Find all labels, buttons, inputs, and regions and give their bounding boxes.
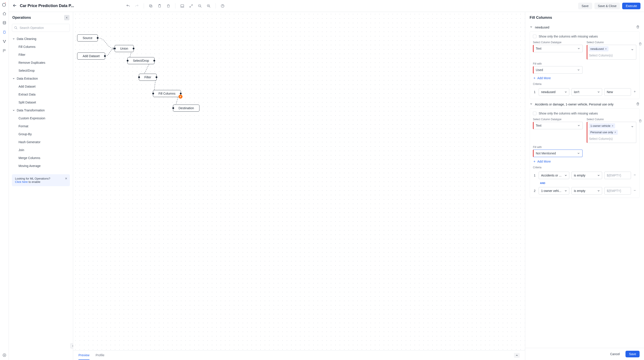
tree-item[interactable]: Moving Average bbox=[9, 162, 73, 170]
datatype-label: Select Column Datatype bbox=[533, 118, 583, 121]
zoom-in-icon[interactable] bbox=[206, 3, 212, 9]
tree-item[interactable]: Fill Columns bbox=[9, 43, 73, 51]
node-union[interactable]: Union bbox=[114, 45, 134, 52]
pipeline-icon[interactable] bbox=[2, 30, 7, 35]
column-label: Select Column bbox=[587, 41, 636, 44]
tree-item[interactable]: Add Dataset bbox=[9, 83, 73, 91]
search-icon bbox=[14, 26, 18, 30]
tree-item[interactable]: Split Dataset bbox=[9, 98, 73, 106]
clipboard-icon[interactable] bbox=[157, 3, 162, 9]
datatype-select[interactable]: Text bbox=[533, 45, 583, 52]
fill-with-select[interactable]: Used bbox=[533, 66, 582, 74]
save-close-button[interactable]: Save & Close bbox=[594, 3, 620, 9]
undo-icon[interactable] bbox=[125, 3, 131, 9]
tree-category[interactable]: Data Transformation bbox=[9, 106, 73, 114]
chip-remove-icon[interactable]: × bbox=[605, 47, 607, 51]
criteria-value-input[interactable]: ${EMPTY} bbox=[604, 172, 631, 179]
tree-item[interactable]: Hash Generator bbox=[9, 138, 73, 146]
column-multiselect[interactable]: 1-owner vehicle×Personal use only× Selec… bbox=[587, 122, 636, 143]
expand-sidebar-handle[interactable] bbox=[70, 343, 73, 348]
chevron-down-icon[interactable] bbox=[530, 25, 533, 29]
add-icon[interactable] bbox=[2, 352, 7, 358]
branches-icon[interactable] bbox=[2, 39, 7, 44]
delete-column-select-icon[interactable] bbox=[638, 119, 642, 124]
expand-bottom-button[interactable] bbox=[514, 353, 520, 358]
tree-item[interactable]: Merge Columns bbox=[9, 154, 73, 162]
tree-item[interactable]: Group-By bbox=[9, 130, 73, 138]
search-operations-input[interactable] bbox=[12, 24, 70, 32]
close-callout-icon[interactable] bbox=[64, 177, 68, 181]
pipeline-canvas[interactable]: SourceAdd DatasetUnionSelect/DropFilterF… bbox=[73, 12, 525, 350]
delete-section-icon[interactable] bbox=[636, 102, 640, 107]
chevron-down-icon[interactable] bbox=[530, 102, 533, 106]
add-more-button[interactable]: Add More bbox=[533, 160, 636, 163]
tree-item[interactable]: Format bbox=[9, 122, 73, 130]
execute-button[interactable]: Execute bbox=[622, 3, 640, 9]
back-button[interactable] bbox=[12, 3, 17, 9]
collapse-sidebar-button[interactable] bbox=[64, 15, 70, 20]
criteria-value-input[interactable]: ${EMPTY} bbox=[604, 187, 631, 195]
criteria-action-icon[interactable] bbox=[633, 90, 636, 94]
criteria-field-select[interactable]: Accidents or ... bbox=[539, 172, 569, 179]
tree-category[interactable]: Data Cleaning bbox=[9, 35, 73, 43]
node-fill_columns[interactable]: Fill Columns bbox=[153, 90, 181, 97]
save-button[interactable]: Save bbox=[578, 3, 592, 9]
zoom-out-icon[interactable] bbox=[197, 3, 203, 9]
tree-item[interactable]: Extract Data bbox=[9, 91, 73, 98]
show-missing-checkbox[interactable] bbox=[533, 112, 536, 115]
cancel-button[interactable]: Cancel bbox=[606, 351, 623, 357]
delete-icon[interactable] bbox=[166, 3, 171, 9]
panel-title: Fill Columns bbox=[530, 16, 640, 20]
bottom-tabs: Preview Profile bbox=[73, 350, 525, 360]
tree-item[interactable]: Select/Drop bbox=[9, 67, 73, 75]
tree-item[interactable]: Remove Duplicates bbox=[9, 59, 73, 67]
criteria-action-icon[interactable] bbox=[633, 189, 636, 193]
chip-remove-icon[interactable]: × bbox=[612, 124, 614, 128]
expand-icon[interactable] bbox=[188, 3, 194, 9]
fill-label: Fill with bbox=[533, 146, 582, 149]
criteria-field-select[interactable]: 1-owner vehi... bbox=[539, 187, 569, 195]
show-missing-label: Show only the columns with missing value… bbox=[539, 35, 598, 38]
chip-remove-icon[interactable]: × bbox=[614, 131, 616, 134]
tree-item[interactable]: Filter bbox=[9, 51, 73, 59]
criteria-operator-select[interactable]: is empty bbox=[572, 187, 602, 195]
criteria-operator-select[interactable]: is empty bbox=[572, 172, 602, 179]
database-icon[interactable] bbox=[2, 20, 7, 26]
svg-rect-10 bbox=[181, 5, 184, 7]
column-chip: 1-owner vehicle× bbox=[589, 123, 615, 128]
tab-profile[interactable]: Profile bbox=[96, 351, 104, 360]
panel-save-button[interactable]: Save bbox=[626, 351, 640, 357]
datatype-select[interactable]: Text bbox=[533, 122, 583, 129]
delete-section-icon[interactable] bbox=[636, 25, 640, 30]
delete-column-select-icon[interactable] bbox=[638, 42, 642, 47]
criteria-operator-select[interactable]: isn't bbox=[572, 88, 602, 96]
flag-icon[interactable] bbox=[2, 48, 7, 53]
criteria-action-icon[interactable] bbox=[633, 173, 636, 177]
tree-item[interactable]: Custom Expression bbox=[9, 114, 73, 122]
callout-link[interactable]: Click here bbox=[15, 180, 28, 184]
node-filter[interactable]: Filter bbox=[139, 74, 157, 81]
node-add_dataset[interactable]: Add Dataset bbox=[77, 53, 105, 60]
add-more-button[interactable]: Add More bbox=[533, 76, 636, 80]
ml-operations-callout: Looking for ML Operations? Click here to… bbox=[12, 174, 70, 186]
tree-item[interactable]: Join bbox=[9, 146, 73, 154]
show-missing-checkbox[interactable] bbox=[533, 35, 536, 38]
show-missing-label: Show only the columns with missing value… bbox=[539, 112, 598, 115]
criteria-value-input[interactable]: New bbox=[604, 88, 631, 96]
fill-with-select[interactable]: Not Mentioned bbox=[533, 150, 582, 157]
redo-icon[interactable] bbox=[134, 3, 140, 9]
section-block: Show only the columns with missing value… bbox=[530, 31, 640, 99]
column-multiselect[interactable]: new&used× Select Column(s) bbox=[587, 45, 636, 60]
tree-category[interactable]: Data Extraction bbox=[9, 75, 73, 83]
criteria-number: 1 bbox=[533, 90, 536, 94]
node-source[interactable]: Source bbox=[77, 35, 98, 42]
help-icon[interactable] bbox=[220, 3, 226, 9]
copy-icon[interactable] bbox=[148, 3, 154, 9]
node-destination[interactable]: Destination bbox=[173, 105, 200, 112]
svg-point-4 bbox=[4, 42, 5, 43]
node-select_drop[interactable]: Select/Drop bbox=[128, 57, 154, 64]
tab-preview[interactable]: Preview bbox=[78, 351, 90, 360]
laptop-icon[interactable] bbox=[180, 3, 185, 9]
home-icon[interactable] bbox=[2, 11, 7, 16]
criteria-field-select[interactable]: new&used bbox=[539, 88, 569, 96]
